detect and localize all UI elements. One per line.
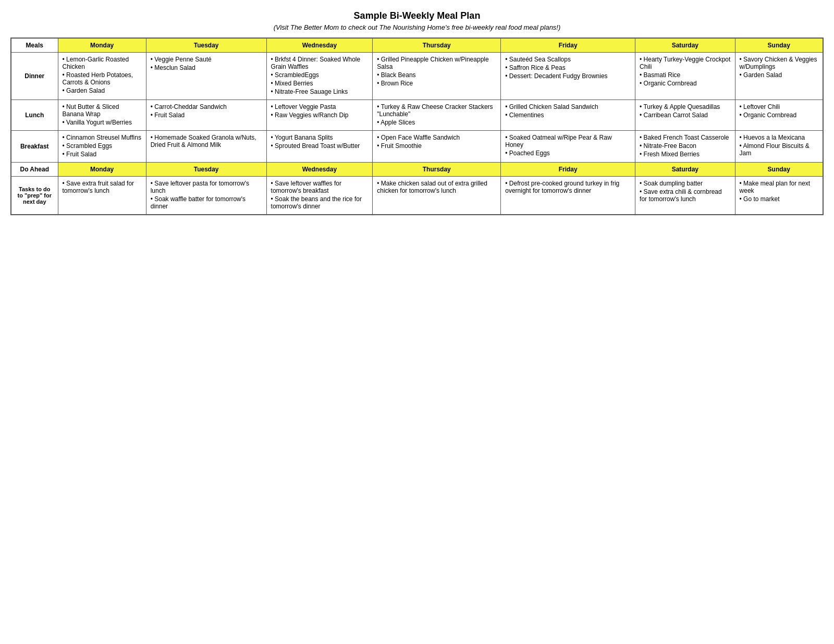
do-ahead-label: Do Ahead — [11, 163, 58, 177]
breakfast-label: Breakfast — [11, 131, 58, 163]
do-ahead-monday: Monday — [58, 163, 146, 177]
do-ahead-thursday: Thursday — [373, 163, 501, 177]
page-title: Sample Bi-Weekly Meal Plan — [10, 10, 824, 21]
tasks-row: Tasks to do to "prep" for next day Save … — [11, 177, 823, 215]
thursday-header: Thursday — [373, 38, 501, 53]
tasks-label: Tasks to do to "prep" for next day — [11, 177, 58, 215]
breakfast-row: Breakfast Cinnamon Streusel MuffinsScram… — [11, 131, 823, 163]
do-ahead-header-row: Do Ahead Monday Tuesday Wednesday Thursd… — [11, 163, 823, 177]
breakfast-monday: Cinnamon Streusel MuffinsScrambled EggsF… — [58, 131, 146, 163]
tasks-tuesday: Save leftover pasta for tomorrow's lunch… — [146, 177, 266, 215]
dinner-row: Dinner Lemon-Garlic Roasted ChickenRoast… — [11, 53, 823, 100]
breakfast-thursday: Open Face Waffle SandwichFruit Smoothie — [373, 131, 501, 163]
do-ahead-wednesday: Wednesday — [266, 163, 373, 177]
do-ahead-friday: Friday — [501, 163, 635, 177]
monday-header: Monday — [58, 38, 146, 53]
do-ahead-sunday: Sunday — [735, 163, 823, 177]
wednesday-header: Wednesday — [266, 38, 373, 53]
meals-header: Meals — [11, 38, 58, 53]
lunch-wednesday: Leftover Veggie PastaRaw Veggies w/Ranch… — [266, 100, 373, 131]
tasks-sunday: Make meal plan for next weekGo to market — [735, 177, 823, 215]
breakfast-tuesday: Homemade Soaked Granola w/Nuts, Dried Fr… — [146, 131, 266, 163]
page-subtitle: (Visit The Better Mom to check out The N… — [10, 23, 824, 31]
do-ahead-saturday: Saturday — [635, 163, 735, 177]
breakfast-friday: Soaked Oatmeal w/Ripe Pear & Raw HoneyPo… — [501, 131, 635, 163]
dinner-saturday: Hearty Turkey-Veggie Crockpot ChiliBasma… — [635, 53, 735, 100]
breakfast-sunday: Huevos a la MexicanaAlmond Flour Biscuit… — [735, 131, 823, 163]
friday-header: Friday — [501, 38, 635, 53]
dinner-tuesday: Veggie Penne SautéMesclun Salad — [146, 53, 266, 100]
breakfast-saturday: Baked French Toast CasseroleNitrate-Free… — [635, 131, 735, 163]
lunch-sunday: Leftover ChiliOrganic Cornbread — [735, 100, 823, 131]
tasks-saturday: Soak dumpling batterSave extra chili & c… — [635, 177, 735, 215]
dinner-wednesday: Brkfst 4 Dinner: Soaked Whole Grain Waff… — [266, 53, 373, 100]
lunch-row: Lunch Nut Butter & Sliced Banana WrapVan… — [11, 100, 823, 131]
lunch-tuesday: Carrot-Cheddar SandwichFruit Salad — [146, 100, 266, 131]
tasks-thursday: Make chicken salad out of extra grilled … — [373, 177, 501, 215]
saturday-header: Saturday — [635, 38, 735, 53]
tasks-wednesday: Save leftover waffles for tomorrow's bre… — [266, 177, 373, 215]
dinner-monday: Lemon-Garlic Roasted ChickenRoasted Herb… — [58, 53, 146, 100]
meal-plan-table: Meals Monday Tuesday Wednesday Thursday … — [10, 38, 824, 215]
dinner-friday: Sauteéd Sea ScallopsSaffron Rice & PeasD… — [501, 53, 635, 100]
dinner-label: Dinner — [11, 53, 58, 100]
lunch-thursday: Turkey & Raw Cheese Cracker Stackers "Lu… — [373, 100, 501, 131]
do-ahead-tuesday: Tuesday — [146, 163, 266, 177]
lunch-monday: Nut Butter & Sliced Banana WrapVanilla Y… — [58, 100, 146, 131]
dinner-thursday: Grilled Pineapple Chicken w/Pineapple Sa… — [373, 53, 501, 100]
lunch-label: Lunch — [11, 100, 58, 131]
tasks-monday: Save extra fruit salad for tomorrow's lu… — [58, 177, 146, 215]
sunday-header: Sunday — [735, 38, 823, 53]
tasks-friday: Defrost pre-cooked ground turkey in frig… — [501, 177, 635, 215]
dinner-sunday: Savory Chicken & Veggies w/DumplingsGard… — [735, 53, 823, 100]
tuesday-header: Tuesday — [146, 38, 266, 53]
lunch-saturday: Turkey & Apple QuesadillasCarribean Carr… — [635, 100, 735, 131]
breakfast-wednesday: Yogurt Banana SplitsSprouted Bread Toast… — [266, 131, 373, 163]
lunch-friday: Grilled Chicken Salad SandwichClementine… — [501, 100, 635, 131]
